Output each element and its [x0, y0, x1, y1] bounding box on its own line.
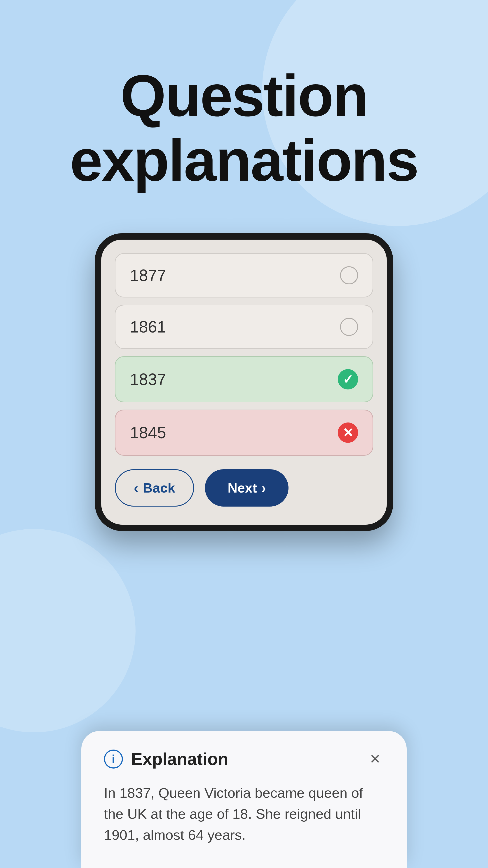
back-button[interactable]: ‹ Back: [115, 469, 194, 506]
bg-circle-bottom-left: [0, 529, 135, 733]
title-line1: Question: [121, 63, 368, 128]
option-1877[interactable]: 1877: [115, 253, 373, 298]
option-1861[interactable]: 1861: [115, 305, 373, 349]
explanation-card: i Explanation ✕ In 1837, Queen Victoria …: [81, 731, 407, 868]
next-chevron-icon: ›: [261, 480, 266, 496]
explanation-title-row: i Explanation: [104, 749, 228, 769]
explanation-text: In 1837, Queen Victoria became queen of …: [104, 782, 384, 845]
option-1845-x-icon: ✕: [338, 423, 358, 443]
explanation-title: Explanation: [131, 749, 228, 769]
next-label: Next: [228, 480, 257, 496]
device-frame: 1877 1861 1837 ✓ 1845 ✕ ‹ Bac: [95, 233, 393, 531]
option-1845[interactable]: 1845 ✕: [115, 410, 373, 456]
option-1837-check-icon: ✓: [338, 369, 358, 390]
option-1837-label: 1837: [130, 370, 166, 389]
option-1861-label: 1861: [130, 318, 166, 336]
option-1845-label: 1845: [130, 423, 166, 442]
title-line2: explanations: [70, 127, 418, 193]
back-label: Back: [143, 480, 175, 496]
info-icon: i: [104, 749, 123, 769]
page-title: Question explanations: [0, 63, 488, 193]
options-container: 1877 1861 1837 ✓ 1845 ✕: [115, 253, 373, 469]
option-1837[interactable]: 1837 ✓: [115, 356, 373, 402]
explanation-header: i Explanation ✕: [104, 749, 384, 769]
close-button[interactable]: ✕: [366, 750, 384, 768]
option-1861-radio: [340, 318, 358, 336]
close-icon: ✕: [369, 751, 381, 767]
next-button[interactable]: Next ›: [205, 469, 289, 506]
back-chevron-icon: ‹: [134, 480, 138, 496]
option-1877-label: 1877: [130, 266, 166, 285]
device-wrapper: 1877 1861 1837 ✓ 1845 ✕ ‹ Bac: [0, 233, 488, 531]
title-section: Question explanations: [0, 0, 488, 220]
nav-buttons: ‹ Back Next ›: [115, 469, 373, 525]
option-1877-radio: [340, 266, 358, 284]
